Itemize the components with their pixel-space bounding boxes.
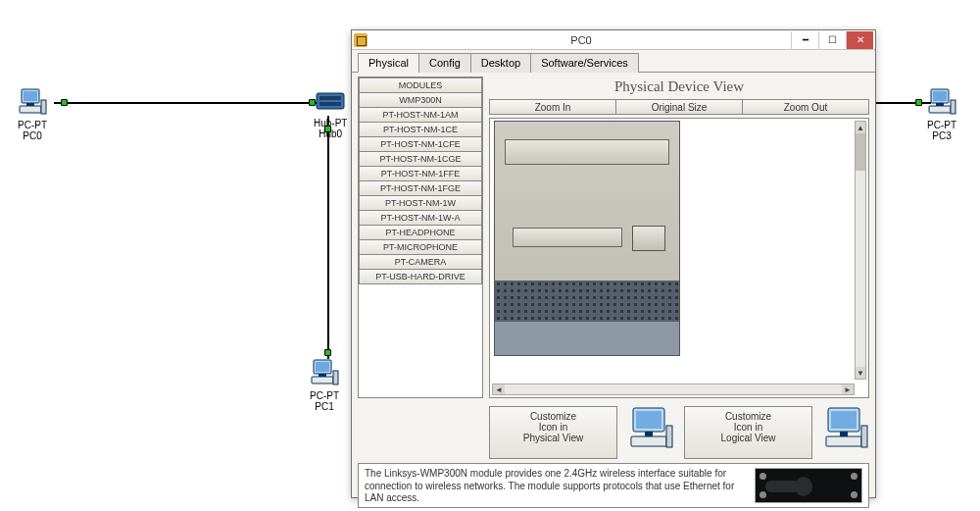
link-status-dot xyxy=(324,349,331,356)
svg-rect-20 xyxy=(645,432,653,436)
module-btn[interactable]: MODULES xyxy=(359,77,482,93)
svg-rect-24 xyxy=(831,411,857,429)
svg-rect-22 xyxy=(666,426,672,447)
physical-view-header: Physical Device View xyxy=(489,77,869,99)
svg-rect-8 xyxy=(929,106,951,113)
pc-icon xyxy=(18,88,47,116)
window-title: PC0 xyxy=(371,34,791,46)
pc-icon xyxy=(310,359,339,386)
svg-rect-11 xyxy=(316,362,329,372)
svg-rect-9 xyxy=(951,100,956,114)
module-btn[interactable]: PT-HOST-NM-1FFE xyxy=(359,166,482,181)
svg-rect-1 xyxy=(24,91,37,101)
maximize-button[interactable]: ☐ xyxy=(818,31,846,49)
hub-icon xyxy=(316,88,345,114)
svg-rect-21 xyxy=(631,436,666,446)
node-type-label: PC-PT xyxy=(927,120,956,130)
floppy-drive xyxy=(513,228,622,247)
module-description-text: The Linksys-WMP300N module provides one … xyxy=(365,468,747,505)
module-btn[interactable]: PT-HOST-NM-1CFE xyxy=(359,136,482,152)
scroll-down-arrow[interactable]: ▼ xyxy=(856,367,865,379)
horizontal-scrollbar[interactable]: ◄ ► xyxy=(492,383,855,395)
module-btn[interactable]: PT-MICROPHONE xyxy=(359,239,482,255)
svg-rect-27 xyxy=(861,426,867,447)
module-btn[interactable]: PT-USB-HARD-DRIVE xyxy=(359,269,482,284)
node-pc0[interactable]: PC-PT PC0 xyxy=(18,88,47,141)
monitor-icon xyxy=(627,406,674,449)
tab-physical[interactable]: Physical xyxy=(358,53,419,73)
modules-list[interactable]: MODULES WMP300N PT-HOST-NM-1AM PT-HOST-N… xyxy=(358,77,483,398)
pc-tower[interactable] xyxy=(494,121,680,356)
node-name-label: PC1 xyxy=(310,401,339,412)
node-name-label: PC0 xyxy=(18,130,47,141)
physical-device-view[interactable]: ▲ ▼ ◄ ► xyxy=(489,118,869,398)
module-btn[interactable]: PT-HEADPHONE xyxy=(359,225,482,240)
svg-rect-6 xyxy=(933,91,947,101)
node-type-label: Hub-PT xyxy=(314,118,347,128)
tab-bar: Physical Config Desktop Software/Service… xyxy=(352,50,875,73)
scroll-up-arrow[interactable]: ▲ xyxy=(856,122,865,133)
svg-rect-3 xyxy=(20,106,41,113)
power-button[interactable] xyxy=(632,226,665,251)
customize-logical-icon-button[interactable]: Customize Icon in Logical View xyxy=(684,406,812,459)
svg-rect-17 xyxy=(319,102,341,106)
node-name-label: PC3 xyxy=(927,130,956,141)
topology-canvas[interactable]: PC-PT PC0 PC-PT PC3 PC-PT PC1 xyxy=(0,0,980,511)
node-name-label: Hub0 xyxy=(314,128,347,139)
svg-rect-4 xyxy=(41,100,46,114)
device-window[interactable]: PC0 ━ ☐ ✕ Physical Config Desktop Softwa… xyxy=(351,29,876,498)
link-status-dot xyxy=(915,99,922,106)
module-btn[interactable]: PT-HOST-NM-1CGE xyxy=(359,151,482,167)
module-btn[interactable]: PT-HOST-NM-1AM xyxy=(359,107,482,123)
tab-software-services[interactable]: Software/Services xyxy=(530,53,639,73)
tab-desktop[interactable]: Desktop xyxy=(470,53,531,73)
optical-drive xyxy=(505,139,669,165)
module-btn[interactable]: PT-HOST-NM-1FGE xyxy=(359,180,482,196)
svg-rect-13 xyxy=(312,377,333,383)
vertical-scrollbar[interactable]: ▲ ▼ xyxy=(855,121,866,380)
module-preview-image[interactable] xyxy=(755,468,862,503)
zoom-controls: Zoom In Original Size Zoom Out xyxy=(489,99,869,115)
minimize-button[interactable]: ━ xyxy=(791,31,818,49)
scroll-left-arrow[interactable]: ◄ xyxy=(493,384,505,394)
module-btn[interactable]: PT-HOST-NM-1W xyxy=(359,195,482,211)
window-titlebar[interactable]: PC0 ━ ☐ ✕ xyxy=(352,30,875,50)
close-button[interactable]: ✕ xyxy=(846,31,873,49)
module-btn[interactable]: WMP300N xyxy=(359,92,482,108)
app-icon xyxy=(354,33,368,47)
svg-rect-14 xyxy=(333,371,338,384)
base-panel xyxy=(495,322,679,355)
svg-rect-15 xyxy=(317,93,344,109)
zoom-out-button[interactable]: Zoom Out xyxy=(743,100,868,114)
svg-rect-16 xyxy=(319,96,341,100)
node-type-label: PC-PT xyxy=(310,390,339,401)
node-pc1[interactable]: PC-PT PC1 xyxy=(310,359,339,412)
customize-physical-icon-button[interactable]: Customize Icon in Physical View xyxy=(489,406,617,459)
node-type-label: PC-PT xyxy=(18,120,47,130)
original-size-button[interactable]: Original Size xyxy=(616,100,743,114)
scroll-right-arrow[interactable]: ► xyxy=(842,384,854,394)
wire-hub-pc1 xyxy=(327,116,329,359)
zoom-in-button[interactable]: Zoom In xyxy=(490,100,616,114)
module-btn[interactable]: PT-CAMERA xyxy=(359,254,482,270)
svg-rect-25 xyxy=(840,432,848,436)
module-btn[interactable]: PT-HOST-NM-1CE xyxy=(359,122,482,137)
svg-rect-26 xyxy=(826,436,861,446)
node-hub0[interactable]: Hub-PT Hub0 xyxy=(314,88,347,139)
svg-rect-19 xyxy=(636,411,662,429)
link-status-dot xyxy=(61,99,68,106)
wire-pc0-hub xyxy=(54,102,325,104)
pc-icon xyxy=(927,88,956,116)
scroll-thumb[interactable] xyxy=(856,133,865,171)
module-description-box: The Linksys-WMP300N module provides one … xyxy=(358,463,869,508)
vent-panel xyxy=(495,281,679,322)
node-pc3[interactable]: PC-PT PC3 xyxy=(927,88,956,141)
monitor-icon xyxy=(822,406,869,449)
module-btn[interactable]: PT-HOST-NM-1W-A xyxy=(359,210,482,226)
tab-config[interactable]: Config xyxy=(418,53,471,73)
